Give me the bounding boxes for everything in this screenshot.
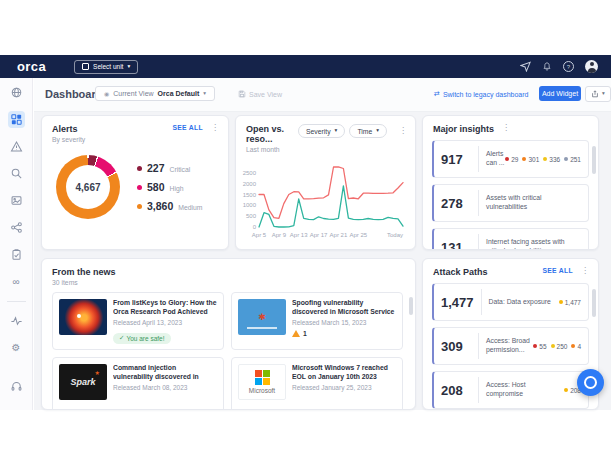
attack-path-item-data-exposure[interactable]: 1,477 Data: Data exposure 1,477 bbox=[432, 283, 589, 321]
critical-dot-icon bbox=[137, 166, 142, 171]
insight-item-internet-facing[interactable]: 131 Internet facing assets with critical… bbox=[432, 228, 589, 250]
news-item-service-fabric[interactable]: ✱ Spoofing vulnerability discovered in M… bbox=[231, 292, 403, 350]
attack-path-value: 208 bbox=[441, 383, 471, 398]
attack-paths-see-all-link[interactable]: SEE ALL bbox=[542, 267, 573, 274]
legend-row-critical[interactable]: 227 Critical bbox=[137, 162, 202, 174]
open-resolved-menu-kebab-icon[interactable]: ⋮ bbox=[399, 127, 407, 135]
severity-dot-icon bbox=[564, 388, 568, 392]
dot-count: 29 bbox=[511, 156, 518, 163]
svg-text:Apr 17: Apr 17 bbox=[310, 232, 328, 238]
chevron-down-icon: ▾ bbox=[203, 91, 206, 97]
insight-label: Assets with critical vulnerabilities bbox=[486, 194, 581, 212]
sonar-activity-icon[interactable] bbox=[8, 312, 25, 329]
search-icon[interactable] bbox=[8, 165, 25, 182]
sidebar-divider bbox=[7, 301, 26, 302]
alerts-icon[interactable] bbox=[8, 138, 25, 155]
assistant-fab-button[interactable] bbox=[577, 369, 604, 396]
svg-text:Apr 25: Apr 25 bbox=[349, 232, 367, 238]
news-item-apache-spark[interactable]: Spark ★ Command injection vulnerability … bbox=[52, 357, 224, 410]
attack-path-value: 1,477 bbox=[441, 295, 474, 310]
shift-left-infinity-icon[interactable]: ∞ bbox=[8, 273, 25, 290]
insight-value: 131 bbox=[441, 240, 471, 251]
compliance-clipboard-icon[interactable] bbox=[8, 246, 25, 263]
notifications-bell-icon[interactable] bbox=[542, 61, 552, 72]
time-filter-dropdown[interactable]: Time ▾ bbox=[349, 124, 387, 138]
add-widget-button[interactable]: Add Widget bbox=[539, 86, 581, 101]
export-split-button[interactable]: ▾ bbox=[585, 86, 611, 102]
alerts-see-all-link[interactable]: SEE ALL bbox=[172, 124, 203, 131]
orca-logo[interactable]: orca bbox=[17, 59, 46, 74]
legend-row-medium[interactable]: 3,860 Medium bbox=[137, 200, 202, 212]
save-view-button[interactable]: Save View bbox=[238, 90, 282, 98]
alerts-donut-chart[interactable]: 4,667 bbox=[56, 155, 120, 219]
high-label: High bbox=[170, 185, 184, 192]
news-item-date: Released March 08, 2023 bbox=[113, 384, 217, 391]
inventory-icon[interactable] bbox=[8, 192, 25, 209]
alerts-widget: Alerts By severity SEE ALL ⋮ 4,667 227 C… bbox=[41, 115, 229, 250]
svg-text:Apr 5: Apr 5 bbox=[252, 232, 267, 238]
sidebar-item-dashboard[interactable] bbox=[8, 111, 25, 128]
insight-label: Internet facing assets with critical vul… bbox=[486, 238, 581, 250]
news-item-title: Microsoft Windows 7 reached EOL on Janua… bbox=[292, 364, 396, 382]
insights-title: Major insights bbox=[433, 124, 494, 134]
svg-text:500: 500 bbox=[246, 213, 257, 219]
vertical-scrollbar[interactable] bbox=[592, 146, 596, 174]
high-count: 580 bbox=[147, 181, 165, 193]
insight-item-alerts[interactable]: 917 Alerts can ... 29 301 336 251 bbox=[432, 140, 589, 178]
check-icon: ✓ bbox=[119, 334, 124, 342]
help-icon[interactable]: ? bbox=[563, 61, 574, 72]
chevron-down-icon: ▾ bbox=[335, 128, 338, 134]
safe-badge-label: You are safe! bbox=[126, 335, 164, 342]
current-view-selector[interactable]: ◉ Current View Orca Default ▾ bbox=[95, 86, 215, 101]
attack-path-item-broad-permissions[interactable]: 309 Access: Broad permission... 55 250 4 bbox=[432, 327, 589, 365]
insight-item-critical-assets[interactable]: 278 Assets with critical vulnerabilities bbox=[432, 184, 589, 222]
attack-path-item-host-compromise[interactable]: 208 Access: Host compromise 208 bbox=[432, 371, 589, 409]
critical-label: Critical bbox=[170, 166, 191, 173]
insights-menu-kebab-icon[interactable]: ⋮ bbox=[502, 124, 510, 132]
attack-path-label: Access: Broad permission... bbox=[486, 337, 533, 355]
chevron-down-icon: ▾ bbox=[127, 64, 130, 70]
save-view-label: Save View bbox=[249, 91, 282, 98]
dot-count: 301 bbox=[528, 156, 539, 163]
support-headset-icon[interactable] bbox=[8, 378, 25, 395]
severity-filter-label: Severity bbox=[306, 128, 331, 135]
severity-filter-dropdown[interactable]: Severity ▾ bbox=[298, 124, 345, 138]
attack-paths-menu-kebab-icon[interactable]: ⋮ bbox=[581, 267, 589, 275]
news-thumbnail: Microsoft bbox=[238, 364, 286, 400]
legend-row-high[interactable]: 580 High bbox=[137, 181, 202, 193]
news-title: From the news bbox=[52, 267, 116, 277]
vertical-scrollbar[interactable] bbox=[409, 297, 413, 315]
page-title: Dashboard bbox=[45, 88, 102, 100]
svg-text:Apr 21: Apr 21 bbox=[330, 232, 348, 238]
page-header: Dashboard ◉ Current View Orca Default ▾ … bbox=[34, 78, 611, 112]
alerts-menu-kebab-icon[interactable]: ⋮ bbox=[211, 124, 219, 132]
switch-legacy-link[interactable]: ⇄ Switch to legacy dashboard bbox=[434, 90, 528, 98]
dot-count: 55 bbox=[539, 343, 546, 350]
severity-dot-icon bbox=[505, 157, 509, 161]
dot-count: 251 bbox=[570, 156, 581, 163]
news-widget: From the news 30 items From listKeys to … bbox=[41, 258, 416, 410]
news-item-orca-research[interactable]: From listKeys to Glory: How the Orca Res… bbox=[52, 292, 224, 350]
open-vs-resolved-widget: Open vs. reso... Last month Severity ▾ T… bbox=[235, 115, 416, 250]
settings-gear-icon[interactable]: ⚙ bbox=[8, 339, 25, 356]
send-icon[interactable] bbox=[520, 61, 531, 72]
news-thumbnail bbox=[59, 299, 107, 335]
open-resolved-chart: 05001000150020002500Apr 5Apr 9Apr 13Apr … bbox=[240, 156, 410, 244]
topbar-actions: ? bbox=[520, 60, 598, 73]
share-export-icon bbox=[591, 90, 599, 98]
alerts-legend: 227 Critical 580 High 3,860 Medium bbox=[137, 162, 202, 212]
warning-count: 1 bbox=[303, 330, 307, 337]
news-item-title: From listKeys to Glory: How the Orca Res… bbox=[113, 299, 217, 317]
current-view-label: Current View bbox=[113, 90, 153, 97]
vertical-scrollbar[interactable] bbox=[592, 289, 596, 317]
select-unit-button[interactable]: Select unit ▾ bbox=[74, 60, 138, 74]
high-dot-icon bbox=[137, 185, 142, 190]
user-avatar[interactable] bbox=[585, 60, 598, 73]
news-item-date: Released March 15, 2023 bbox=[292, 319, 396, 326]
radar-icon[interactable] bbox=[8, 84, 25, 101]
news-item-windows-eol[interactable]: Microsoft Microsoft Windows 7 reached EO… bbox=[231, 357, 403, 410]
attack-path-graph-icon[interactable] bbox=[8, 219, 25, 236]
save-disk-icon bbox=[238, 90, 246, 98]
switch-legacy-label: Switch to legacy dashboard bbox=[443, 91, 529, 98]
medium-count: 3,860 bbox=[147, 200, 173, 212]
